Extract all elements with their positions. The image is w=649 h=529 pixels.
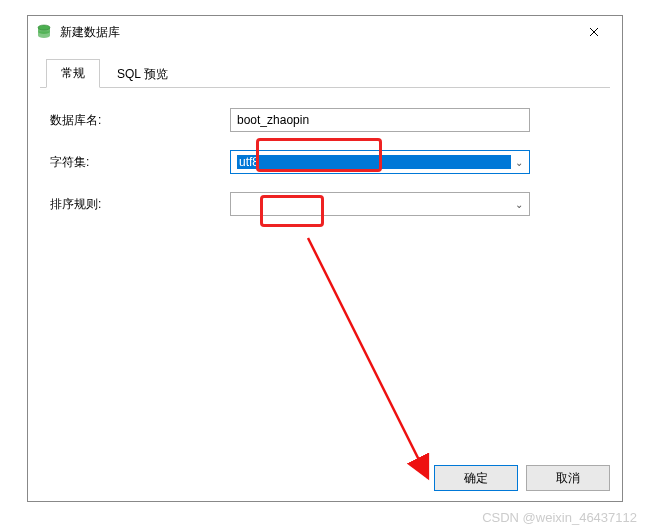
row-db-name: 数据库名: <box>50 108 600 132</box>
charset-label: 字符集: <box>50 154 230 171</box>
tab-bar: 常规 SQL 预览 <box>40 60 610 88</box>
form: 数据库名: 字符集: utf8 ⌄ 排序规则: <box>40 88 610 254</box>
dialog-footer: 确定 取消 <box>434 465 610 491</box>
row-collation: 排序规则: ⌄ <box>50 192 600 216</box>
database-icon <box>36 24 52 40</box>
titlebar: 新建数据库 <box>28 16 622 48</box>
svg-line-2 <box>308 238 428 478</box>
tab-sql-preview[interactable]: SQL 预览 <box>102 60 183 88</box>
collation-combo[interactable]: ⌄ <box>230 192 530 216</box>
db-name-label: 数据库名: <box>50 112 230 129</box>
cancel-button[interactable]: 取消 <box>526 465 610 491</box>
dialog-title: 新建数据库 <box>60 24 574 41</box>
charset-combo[interactable]: utf8 ⌄ <box>230 150 530 174</box>
ok-button[interactable]: 确定 <box>434 465 518 491</box>
dialog-client: 常规 SQL 预览 数据库名: 字符集: utf8 ⌄ 排 <box>28 48 622 501</box>
db-name-input[interactable] <box>230 108 530 132</box>
chevron-down-icon: ⌄ <box>511 157 527 168</box>
charset-value: utf8 <box>237 155 511 169</box>
tab-general[interactable]: 常规 <box>46 59 100 88</box>
watermark: CSDN @weixin_46437112 <box>482 510 637 525</box>
chevron-down-icon: ⌄ <box>511 199 527 210</box>
close-icon <box>589 27 599 37</box>
close-button[interactable] <box>574 18 614 46</box>
row-charset: 字符集: utf8 ⌄ <box>50 150 600 174</box>
collation-label: 排序规则: <box>50 196 230 213</box>
dialog-window: 新建数据库 常规 SQL 预览 数据库名: 字符集: utf8 <box>27 15 623 502</box>
